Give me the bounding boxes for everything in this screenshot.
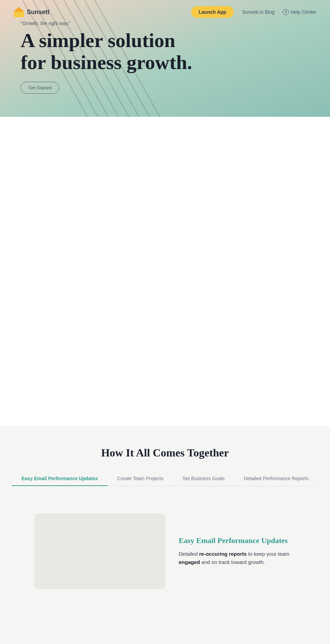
tab-easy-email-label: Easy Email Performance Updates <box>21 476 98 481</box>
tab-detailed-reports[interactable]: Detailed Performance Reports <box>234 472 318 486</box>
tab-easy-email[interactable]: Easy Email Performance Updates <box>12 472 108 486</box>
feature-content: Easy Email Performance Updates Detailed … <box>21 500 309 603</box>
hero-cta-button[interactable]: Get Started <box>21 82 59 94</box>
tab-set-goals[interactable]: Set Business Goals <box>173 472 234 486</box>
logo-text: Sunsett <box>27 9 50 16</box>
help-link-label: Help Center <box>290 9 316 15</box>
feature-text: Easy Email Performance Updates Detailed … <box>179 536 296 566</box>
features-tabs: Easy Email Performance Updates Create Te… <box>14 472 316 486</box>
nav-right: Launch App Sunsett.io Blog ? Help Center <box>191 6 316 18</box>
help-link[interactable]: ? Help Center <box>283 9 316 15</box>
logo-icon <box>14 7 24 17</box>
launch-app-button[interactable]: Launch App <box>191 6 234 18</box>
tab-create-team-label: Create Team Projects <box>117 476 163 481</box>
feature-content-description: Detailed re-occuring reports to keep you… <box>179 550 296 566</box>
svg-rect-0 <box>14 12 24 17</box>
feature-desc-part2: to keep your team <box>247 551 289 557</box>
feature-desc-part1: Detailed <box>179 551 199 557</box>
features-title: How It All Comes Together <box>0 447 330 459</box>
hero-cta: Get Started <box>21 82 192 94</box>
features-section: How It All Comes Together Easy Email Per… <box>0 426 330 644</box>
help-icon: ? <box>283 9 289 15</box>
logo[interactable]: Sunsett <box>14 7 50 17</box>
navbar: Sunsett Launch App Sunsett.io Blog ? Hel… <box>0 0 330 24</box>
hero-heading-line1: A simpler solution <box>21 29 175 52</box>
main-content-area <box>0 117 330 426</box>
tab-detailed-reports-label: Detailed Performance Reports <box>244 476 308 481</box>
feature-content-title: Easy Email Performance Updates <box>179 536 296 545</box>
hero-content: "Growth, the right way." A simpler solut… <box>21 21 192 94</box>
blog-link[interactable]: Sunsett.io Blog <box>242 9 274 15</box>
tab-create-team[interactable]: Create Team Projects <box>108 472 173 486</box>
feature-desc-bold2: engaged <box>179 559 200 565</box>
tab-set-goals-label: Set Business Goals <box>183 476 224 481</box>
feature-image <box>34 513 165 589</box>
svg-marker-1 <box>14 7 24 12</box>
hero-heading: A simpler solution for business growth. <box>21 30 192 74</box>
feature-desc-bold1: re-occuring reports <box>199 551 246 557</box>
hero-heading-line2: for business growth. <box>21 51 192 74</box>
feature-desc-part3: and on track toward growth. <box>200 559 265 565</box>
